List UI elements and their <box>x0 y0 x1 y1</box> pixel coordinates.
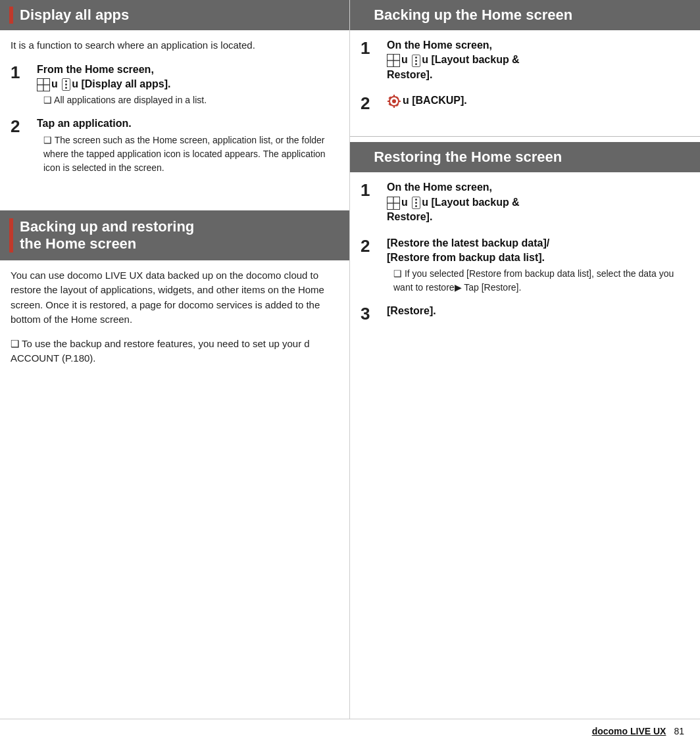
svg-rect-8 <box>388 101 390 102</box>
backup-step-num-1: 1 <box>361 38 384 59</box>
step-2-title: Tap an application. <box>37 116 339 131</box>
restore-step-2-note: ❑ If you selected [Restore from backup d… <box>387 267 689 295</box>
svg-rect-7 <box>393 105 395 108</box>
step-2-note: ❑ The screen such as the Home screen, ap… <box>37 133 339 175</box>
backup-step-1-title: On the Home screen, u u [Layout backup &… <box>387 38 689 82</box>
header-accent-bar-2 <box>9 218 13 252</box>
display-all-apps-header: Display all apps <box>0 0 349 30</box>
step-num-1: 1 <box>11 62 34 83</box>
footer-brand: docomo LIVE UX <box>592 726 666 736</box>
step-1-content: From the Home screen, u u [Display all a… <box>37 62 339 108</box>
backing-restoring-title: Backing up and restoringthe Home screen <box>20 218 194 252</box>
gear-icon-2 <box>387 94 401 108</box>
grid-icon-2 <box>387 54 400 67</box>
restore-step-3-title: [Restore]. <box>387 304 689 318</box>
backup-step-2-content: u [BACKUP]. <box>387 93 689 110</box>
restoring-title: Restoring the Home screen <box>374 149 562 165</box>
step-1-title: From the Home screen, u u [Display all a… <box>37 62 339 92</box>
svg-rect-9 <box>398 101 401 102</box>
step-3-restore: 3 [Restore]. <box>361 304 689 324</box>
restore-step-num-1: 1 <box>361 180 384 201</box>
restore-step-3-content: [Restore]. <box>387 304 689 320</box>
restore-step-2-content: [Restore the latest backup data]/[Restor… <box>387 236 689 295</box>
restore-step-num-3: 3 <box>361 304 384 324</box>
svg-rect-6 <box>393 95 395 97</box>
step-2-content: Tap an application. ❑ The screen such as… <box>37 116 339 174</box>
step-2-display: 2 Tap an application. ❑ The screen such … <box>11 116 339 174</box>
restoring-header: Restoring the Home screen <box>350 142 700 172</box>
header-accent-bar <box>9 7 13 24</box>
divider <box>350 136 700 137</box>
dots-icon-3 <box>412 197 420 209</box>
step-num-2: 2 <box>11 116 34 137</box>
footer: docomo LIVE UX 81 <box>0 719 700 743</box>
step-1-backup: 1 On the Home screen, u <box>361 38 689 84</box>
backup-step-2-title: u [BACKUP]. <box>387 93 689 108</box>
backing-up-title: Backing up the Home screen <box>374 7 572 23</box>
restore-step-2-title: [Restore the latest backup data]/[Restor… <box>387 236 689 266</box>
display-all-apps-title: Display all apps <box>20 7 129 24</box>
backup-step-num-2: 2 <box>361 93 384 114</box>
backing-restoring-header: Backing up and restoringthe Home screen <box>0 210 349 260</box>
step-1-display: 1 From the Home screen, u <box>11 62 339 108</box>
display-all-apps-intro: It is a function to search where an appl… <box>11 38 339 53</box>
step-2-restore: 2 [Restore the latest backup data]/[Rest… <box>361 236 689 295</box>
dots-icon <box>62 78 70 91</box>
backing-up-header: Backing up the Home screen <box>350 0 700 30</box>
restore-step-num-2: 2 <box>361 236 384 256</box>
footer-page: 81 <box>674 726 684 736</box>
step-1-restore: 1 On the Home screen, u <box>361 180 689 226</box>
backing-note: ❑ To use the backup and restore features… <box>11 337 339 366</box>
svg-point-5 <box>392 99 396 103</box>
backing-intro: You can use docomo LIVE UX data backed u… <box>11 268 339 327</box>
grid-icon <box>37 78 50 91</box>
step-1-note: ❑ All applications are displayed in a li… <box>37 93 339 107</box>
step-2-backup: 2 <box>361 93 689 114</box>
grid-icon-3 <box>387 197 400 210</box>
restore-step-1-title: On the Home screen, u u [Layout backup &… <box>387 180 689 224</box>
restore-step-1-content: On the Home screen, u u [Layout backup &… <box>387 180 689 226</box>
dots-icon-2 <box>412 55 420 67</box>
backup-step-1-content: On the Home screen, u u [Layout backup &… <box>387 38 689 84</box>
